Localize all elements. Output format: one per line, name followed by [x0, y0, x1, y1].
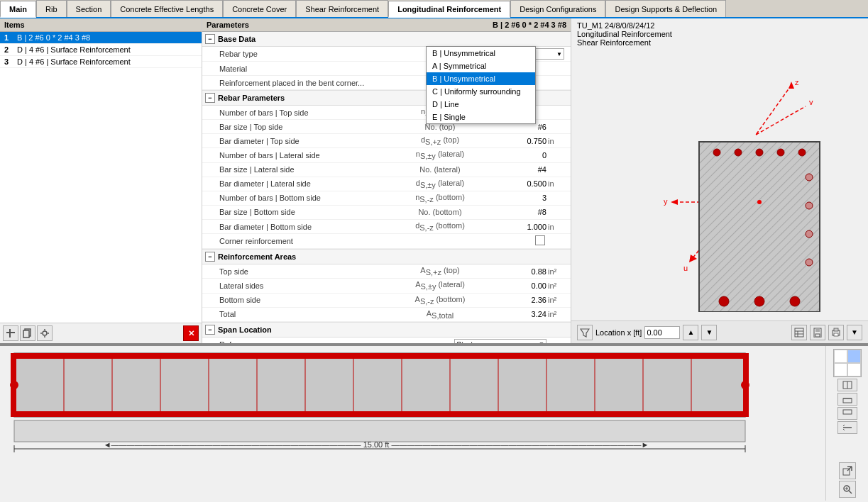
- print-button[interactable]: [828, 325, 844, 340]
- dropdown-arrow-icon: ▼: [556, 51, 562, 57]
- list-item[interactable]: 2 D | 4 #6 | Surface Reinforcement: [0, 44, 202, 56]
- dropdown-option[interactable]: E | Single: [427, 111, 535, 123]
- filter-button[interactable]: [577, 325, 593, 340]
- svg-rect-23: [699, 142, 820, 312]
- bar-diam-top-sub: dS,+z (top): [390, 135, 490, 146]
- item-label: D | 4 #6 | Surface Reinforcement: [17, 57, 197, 66]
- tab-concrete-cover[interactable]: Concrete Cover: [223, 0, 296, 17]
- svg-point-26: [756, 149, 763, 156]
- svg-point-35: [790, 296, 800, 306]
- tab-main[interactable]: Main: [0, 1, 36, 18]
- diagram-panel: TU_M1 24/8/0/8/24/12 Longitudinal Reinfo…: [571, 18, 868, 343]
- svg-text:z: z: [795, 78, 799, 87]
- corner-reinf-checkbox[interactable]: [535, 235, 545, 245]
- parameters-panel: Parameters B | 2 #6 0 * 2 #4 3 #8 − Base…: [202, 18, 571, 343]
- print-icon: [831, 328, 841, 338]
- bar-size-top-label: Bar size | Top side: [219, 123, 390, 131]
- item-label: D | 4 #6 | Surface Reinforcement: [17, 45, 197, 54]
- list-item[interactable]: 3 D | 4 #6 | Surface Reinforcement: [0, 56, 202, 68]
- svg-point-68: [10, 381, 18, 389]
- grid-cell: [834, 363, 847, 376]
- zoom-button[interactable]: [839, 481, 856, 498]
- location-label: Location x [ft]: [595, 328, 642, 337]
- svg-text:u: u: [683, 264, 688, 272]
- grid-view-icon[interactable]: [833, 349, 862, 377]
- location-up[interactable]: ▲: [683, 325, 698, 340]
- view2-icon: [842, 395, 852, 403]
- bar-diam-bot-unit: in: [546, 223, 568, 231]
- rebar-params-label: Rebar Parameters: [218, 94, 285, 102]
- lat-sides-area-value: 0.00: [490, 281, 546, 290]
- dropdown-option[interactable]: C | Uniformly surrounding: [427, 85, 535, 98]
- rebar-type-popup: B | Unsymmetrical A | Symmetrical B | Un…: [426, 46, 536, 124]
- dropdown-option[interactable]: A | Symmetrical: [427, 60, 535, 72]
- corner-reinf-value: [490, 235, 546, 247]
- view-btn-1[interactable]: [837, 379, 857, 391]
- table-view-button[interactable]: [791, 325, 807, 340]
- expand-icon: −: [205, 325, 215, 335]
- item-label: B | 2 #6 0 * 2 #4 3 #8: [17, 33, 197, 42]
- svg-marker-37: [581, 329, 589, 337]
- list-item[interactable]: 1 B | 2 #6 0 * 2 #4 3 #8: [0, 32, 202, 44]
- reference-dropdown[interactable]: Start ▼: [454, 339, 546, 343]
- reinf-areas-section: − Reinforcement Areas Top side AS,+z (to…: [202, 250, 571, 323]
- view4-icon: [842, 423, 852, 432]
- dropdown-option[interactable]: B | Unsymmetrical: [427, 47, 535, 60]
- tab-design-sup[interactable]: Design Supports & Deflection: [605, 0, 726, 17]
- reinf-areas-header[interactable]: − Reinforcement Areas: [202, 250, 571, 264]
- corner-reinf-row: Corner reinforcement: [202, 234, 571, 249]
- delete-button[interactable]: ✕: [183, 325, 199, 341]
- bar-size-lat-row: Bar size | Lateral side No. (lateral) #4: [202, 163, 571, 177]
- svg-point-30: [806, 202, 813, 209]
- delete-icon: ✕: [188, 329, 194, 338]
- tab-concrete-eff[interactable]: Concrete Effective Lengths: [111, 0, 223, 17]
- svg-line-9: [756, 85, 791, 135]
- bar-diam-top-label: Bar diameter | Top side: [219, 137, 390, 145]
- bar-diam-top-row: Bar diameter | Top side dS,+z (top) 0.75…: [202, 134, 571, 148]
- beam-view: ◄———————————————————————————————— 15.00 …: [0, 346, 825, 501]
- bar-diam-bot-row: Bar diameter | Bottom side dS,-z (bottom…: [202, 220, 571, 234]
- more-options-button[interactable]: ▼: [847, 325, 862, 340]
- copy-button[interactable]: [20, 325, 35, 341]
- svg-point-24: [713, 149, 720, 156]
- base-data-header[interactable]: − Base Data: [202, 32, 571, 47]
- location-input[interactable]: [644, 326, 680, 339]
- num-bars-bot-value: 3: [490, 194, 546, 202]
- total-area-label: Total: [219, 310, 390, 318]
- diagram-area: z v y u α: [571, 50, 868, 320]
- save-view-button[interactable]: [810, 325, 825, 340]
- svg-line-80: [843, 425, 845, 426]
- reference-value: Start: [456, 340, 539, 343]
- svg-line-87: [849, 491, 852, 493]
- zoom-icon: [842, 484, 852, 494]
- settings-button[interactable]: [37, 325, 53, 341]
- tab-design-config[interactable]: Design Configurations: [510, 0, 605, 17]
- view-btn-4[interactable]: [837, 421, 857, 434]
- tab-rib[interactable]: Rib: [36, 0, 67, 17]
- add-button[interactable]: [3, 325, 18, 341]
- lat-sides-area-sub: AS,±y (lateral): [390, 280, 490, 291]
- total-area-sub: AS,total: [390, 309, 490, 320]
- tab-long-reinf[interactable]: Longitudinal Reinforcement: [388, 1, 510, 18]
- tab-shear-reinf[interactable]: Shear Reinforcement: [296, 0, 388, 17]
- bot-side-area-value: 2.36: [490, 296, 546, 304]
- svg-rect-44: [815, 334, 820, 337]
- tab-section[interactable]: Section: [67, 0, 111, 17]
- location-down[interactable]: ▼: [701, 325, 717, 340]
- dropdown-option[interactable]: B | Unsymmetrical: [427, 72, 535, 85]
- diagram-title: TU_M1 24/8/0/8/24/12: [577, 21, 862, 30]
- export-button[interactable]: [839, 462, 856, 479]
- dropdown-option[interactable]: D | Line: [427, 98, 535, 111]
- span-location-header[interactable]: − Span Location: [202, 323, 571, 338]
- svg-rect-48: [14, 353, 745, 417]
- svg-rect-50: [14, 411, 745, 417]
- num-bars-lat-sub: nS,±y (lateral): [390, 150, 490, 160]
- cross-section-svg: z v y u α: [607, 71, 848, 312]
- view1-icon: [842, 381, 852, 389]
- items-panel: Items 1 B | 2 #6 0 * 2 #4 3 #8 2 D | 4 #…: [0, 18, 202, 343]
- reinf-areas-label: Reinforcement Areas: [218, 252, 296, 261]
- diagram-line1: Longitudinal Reinforcement: [577, 30, 862, 38]
- view-btn-3[interactable]: [837, 407, 857, 420]
- grid-cell: [834, 350, 847, 363]
- view-btn-2[interactable]: [837, 393, 857, 406]
